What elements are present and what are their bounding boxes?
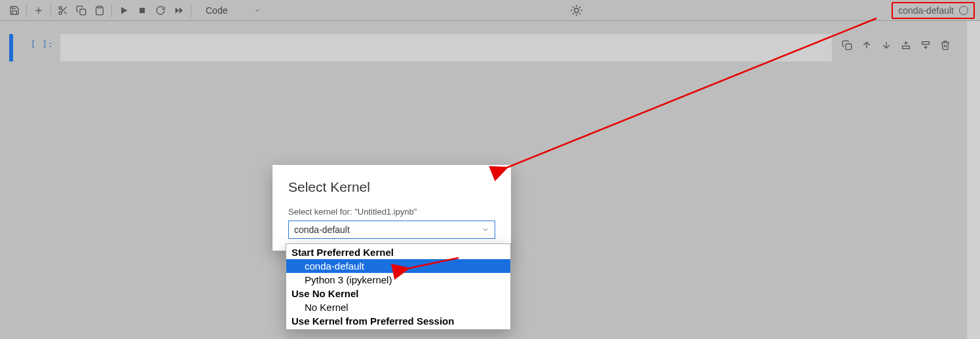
- cut-button[interactable]: [54, 1, 72, 20]
- kernel-dropdown-header: Start Preferred Kernel: [286, 245, 510, 259]
- kernel-dropdown-item[interactable]: Python 3 (ipykernel): [286, 273, 510, 287]
- toolbar-separator: [26, 3, 27, 18]
- svg-marker-12: [179, 7, 183, 13]
- svg-rect-10: [140, 8, 145, 13]
- svg-point-3: [59, 12, 62, 14]
- kernel-status-icon: [959, 6, 968, 15]
- svg-rect-7: [80, 9, 86, 15]
- cell-active-indicator: [9, 34, 13, 62]
- cell-type-select[interactable]: Code: [200, 3, 263, 18]
- svg-rect-8: [98, 6, 101, 8]
- kernel-select-value: conda-default: [294, 224, 350, 235]
- kernel-dropdown[interactable]: Start Preferred Kernelconda-defaultPytho…: [286, 243, 511, 330]
- cell-prompt: [ ]:: [18, 34, 60, 62]
- chevron-down-icon: [481, 226, 489, 234]
- restart-button[interactable]: [151, 1, 170, 20]
- code-cell[interactable]: [ ]:: [9, 34, 958, 62]
- chevron-down-icon: [254, 7, 261, 14]
- kernel-dropdown-item[interactable]: conda-default: [286, 259, 510, 273]
- kernel-dropdown-header: Use Kernel from Preferred Session: [286, 314, 510, 328]
- kernel-indicator[interactable]: conda-default: [892, 2, 975, 19]
- kernel-name-label: conda-default: [898, 5, 954, 16]
- duplicate-cell-button[interactable]: [840, 38, 854, 52]
- select-kernel-dialog: Select Kernel Select kernel for: "Untitl…: [273, 165, 511, 251]
- insert-cell-below-button[interactable]: [918, 38, 933, 52]
- debugger-button[interactable]: [570, 4, 583, 17]
- svg-line-6: [61, 9, 63, 10]
- cell-code-input[interactable]: [60, 34, 832, 62]
- insert-cell-button[interactable]: [29, 1, 48, 20]
- svg-rect-14: [846, 44, 852, 50]
- run-button[interactable]: [115, 1, 133, 20]
- move-cell-up-button[interactable]: [859, 38, 874, 52]
- kernel-dropdown-header: Use No Kernel: [286, 287, 510, 300]
- copy-button[interactable]: [72, 1, 90, 20]
- save-button[interactable]: [5, 1, 24, 20]
- svg-point-2: [59, 7, 62, 9]
- svg-point-13: [574, 8, 578, 12]
- cell-type-label: Code: [206, 5, 227, 16]
- svg-marker-9: [121, 7, 127, 14]
- interrupt-button[interactable]: [133, 1, 151, 20]
- restart-run-all-button[interactable]: [170, 1, 188, 20]
- svg-rect-20: [922, 42, 930, 45]
- cell-toolbar: [832, 34, 958, 62]
- move-cell-down-button[interactable]: [879, 38, 894, 52]
- scrollbar[interactable]: [967, 21, 980, 339]
- toolbar-separator: [191, 3, 191, 18]
- svg-line-5: [64, 11, 67, 14]
- kernel-select[interactable]: conda-default: [288, 221, 495, 239]
- toolbar-separator: [111, 3, 112, 18]
- svg-rect-17: [903, 46, 910, 48]
- kernel-dropdown-item[interactable]: No Kernel: [286, 300, 510, 314]
- notebook-toolbar: Code conda-default: [0, 0, 980, 21]
- dialog-title: Select Kernel: [288, 179, 495, 195]
- paste-button[interactable]: [90, 1, 109, 20]
- delete-cell-button[interactable]: [938, 38, 952, 52]
- toolbar-separator: [50, 3, 51, 18]
- dialog-prompt: Select kernel for: "Untitled1.ipynb": [288, 207, 495, 217]
- insert-cell-above-button[interactable]: [899, 38, 913, 52]
- svg-marker-11: [176, 7, 179, 13]
